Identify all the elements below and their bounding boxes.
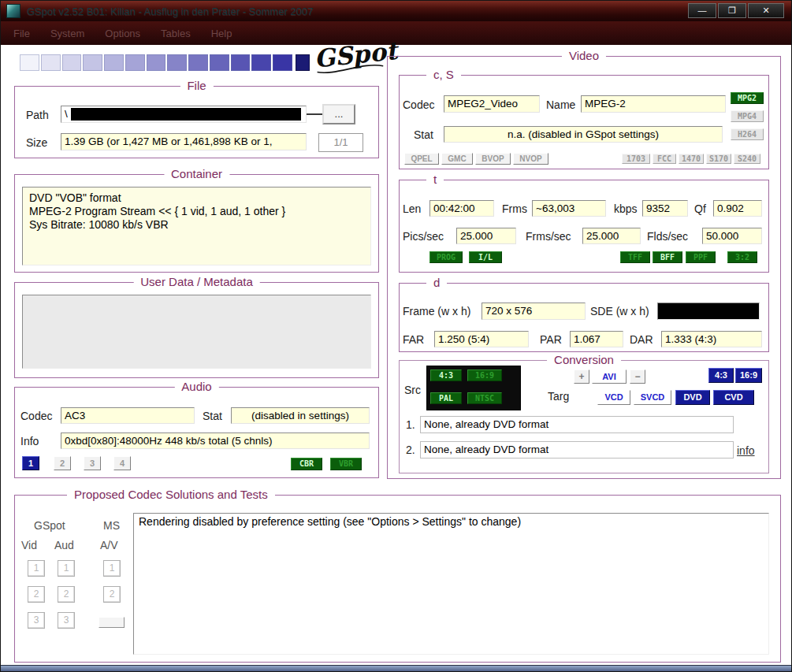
- audio-stat-label: Stat: [203, 410, 222, 422]
- dar-field[interactable]: 1.333 (4:3): [661, 331, 762, 347]
- container-line-1: DVD "VOB" format: [29, 191, 364, 205]
- qpel-button: QPEL: [404, 153, 439, 165]
- bvop-button: BVOP: [475, 153, 511, 165]
- menu-item-options[interactable]: Options: [105, 28, 140, 39]
- tff-indicator: TFF: [620, 251, 650, 263]
- step-2-field[interactable]: None, already DVD format: [420, 441, 734, 459]
- timing-subgroup-title: t: [426, 173, 444, 186]
- par-label: PAR: [540, 333, 562, 346]
- mpg4-indicator: MPG4: [731, 110, 764, 122]
- step-1-field[interactable]: None, already DVD format: [420, 416, 734, 433]
- container-line-2: MPEG-2 Program Stream << { 1 vid, 1 aud,…: [29, 205, 364, 218]
- browse-button[interactable]: ...: [322, 104, 355, 124]
- render-message-area[interactable]: Rendering disabled by preference setting…: [133, 513, 769, 655]
- menu-item-system[interactable]: System: [50, 28, 84, 39]
- progress-bar: [20, 54, 292, 71]
- targ-add-button[interactable]: +: [574, 369, 589, 384]
- container-info-area[interactable]: DVD "VOB" format MPEG-2 Program Stream <…: [22, 187, 371, 265]
- audio-track-2-button[interactable]: 2: [54, 456, 71, 470]
- title-bar: GSpot v2.52 B01: Kilian - Ausflug in den…: [1, 1, 791, 21]
- aud-test-3-button[interactable]: 3: [58, 612, 75, 629]
- av-test-blank-button[interactable]: [99, 617, 125, 628]
- targ-svcd-button[interactable]: SVCD: [634, 390, 671, 405]
- par-field[interactable]: 1.067: [570, 331, 623, 347]
- menu-item-tables[interactable]: Tables: [161, 28, 191, 39]
- window-title: GSpot v2.52 B01: Kilian - Ausflug in den…: [27, 6, 313, 17]
- close-button[interactable]: ✕: [748, 3, 784, 18]
- pics-sec-field[interactable]: 25.000: [456, 228, 516, 244]
- far-field[interactable]: 1.250 (5:4): [434, 331, 529, 347]
- aud-test-1-button[interactable]: 1: [58, 560, 75, 577]
- minimize-button[interactable]: —: [688, 3, 716, 18]
- frms-field[interactable]: ~63,003: [532, 200, 606, 217]
- audio-track-1-button[interactable]: 1: [22, 456, 39, 470]
- path-field[interactable]: \: [61, 106, 307, 123]
- targ-16-9-button[interactable]: 16:9: [735, 368, 762, 383]
- audio-track-4-button[interactable]: 4: [113, 456, 131, 470]
- aud-test-2-button[interactable]: 2: [58, 586, 75, 603]
- len-label: Len: [403, 202, 421, 215]
- src-16-9-indicator: 16:9: [467, 369, 502, 381]
- interlaced-indicator: I/L: [469, 251, 502, 263]
- far-label: FAR: [403, 333, 424, 346]
- metadata-area[interactable]: [22, 295, 371, 369]
- targ-cvd-button[interactable]: CVD: [713, 390, 754, 405]
- dimensions-subgroup-title: d: [426, 276, 447, 289]
- av-test-2-button[interactable]: 2: [103, 586, 121, 603]
- len-field[interactable]: 00:42:00: [429, 200, 494, 217]
- audio-codec-field[interactable]: AC3: [61, 407, 195, 424]
- src-ntsc-indicator: NTSC: [467, 392, 502, 404]
- targ-vcd-button[interactable]: VCD: [597, 390, 630, 405]
- vid-column-label: Vid: [21, 539, 37, 551]
- ms-column-label: MS: [103, 519, 120, 532]
- path-redaction: [71, 108, 301, 121]
- audio-info-field[interactable]: 0xbd[0x80]:48000Hz 448 kb/s total (5 chn…: [61, 433, 370, 449]
- frame-label: Frame (w x h): [403, 305, 470, 317]
- targ-remove-button[interactable]: −: [630, 369, 645, 384]
- step-1-label: 1.: [406, 418, 415, 431]
- audio-track-3-button[interactable]: 3: [84, 456, 101, 470]
- audio-stat-field[interactable]: (disabled in settings): [231, 407, 370, 424]
- targ-4-3-button[interactable]: 4:3: [708, 368, 734, 383]
- pics-sec-label: Pics/sec: [403, 230, 444, 243]
- qf-field[interactable]: 0.902: [713, 200, 762, 217]
- video-codec-label: Codec: [403, 98, 434, 111]
- gspot-window: GSpot v2.52 B01: Kilian - Ausflug in den…: [0, 0, 792, 672]
- frms-sec-label: Frms/sec: [526, 230, 571, 243]
- av-test-1-button[interactable]: 1: [103, 560, 121, 577]
- video-name-label: Name: [546, 98, 575, 111]
- flag-fcc-badge: FCC: [653, 154, 676, 164]
- gmc-button: GMC: [441, 153, 473, 165]
- av-column-label: A/V: [100, 539, 118, 551]
- metadata-group-title: User Data / Metadata: [133, 275, 260, 288]
- src-label: Src: [404, 384, 421, 396]
- mpg2-indicator: MPG2: [731, 92, 764, 104]
- kbps-field[interactable]: 9352: [642, 200, 688, 217]
- size-field[interactable]: 1.39 GB (or 1,427 MB or 1,461,898 KB or …: [61, 133, 307, 150]
- nvop-button: NVOP: [513, 153, 548, 165]
- conversion-subgroup-title: Conversion: [547, 353, 621, 366]
- file-group-title: File: [180, 79, 213, 92]
- flag-1703-badge: 1703: [622, 154, 650, 164]
- targ-avi-button[interactable]: AVI: [592, 369, 627, 384]
- video-codec-field[interactable]: MPEG2_Video: [444, 95, 540, 113]
- menu-item-file[interactable]: File: [13, 28, 30, 39]
- frame-field[interactable]: 720 x 576: [482, 303, 586, 320]
- bff-indicator: BFF: [653, 251, 682, 263]
- frms-sec-field[interactable]: 25.000: [582, 228, 641, 244]
- info-link[interactable]: info: [737, 444, 755, 457]
- video-stat-field[interactable]: n.a. (disabled in GSpot settings): [444, 126, 723, 143]
- vid-test-2-button[interactable]: 2: [28, 586, 45, 603]
- flag-s240-badge: S240: [734, 154, 760, 164]
- window-bottom-border: [1, 665, 791, 671]
- menu-item-help[interactable]: Help: [211, 28, 232, 39]
- maximize-button[interactable]: ❐: [718, 3, 746, 18]
- vid-test-1-button[interactable]: 1: [28, 560, 45, 577]
- vbr-indicator: VBR: [330, 458, 362, 470]
- video-name-field[interactable]: MPEG-2: [581, 95, 726, 113]
- sde-field-redacted[interactable]: [657, 303, 760, 320]
- vid-test-3-button[interactable]: 3: [28, 612, 45, 629]
- prog-indicator: PROG: [429, 251, 463, 263]
- targ-dvd-button[interactable]: DVD: [675, 390, 710, 405]
- flds-sec-field[interactable]: 50.000: [702, 228, 762, 244]
